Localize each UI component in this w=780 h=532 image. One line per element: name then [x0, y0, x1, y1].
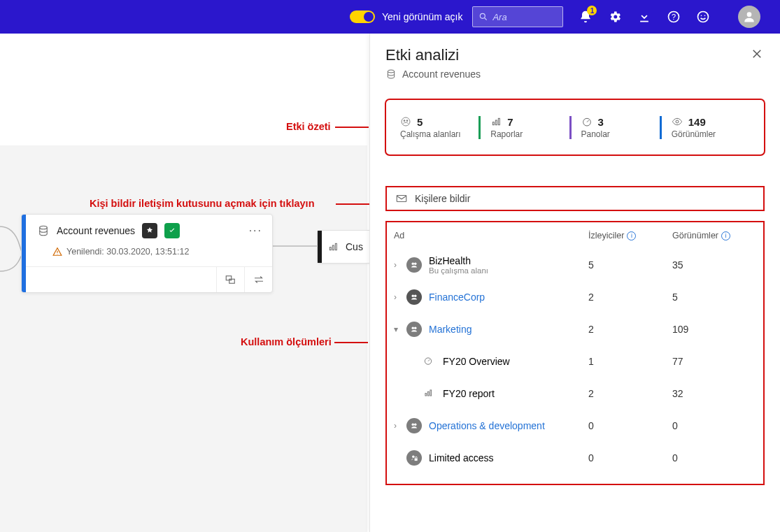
endorsement-chip[interactable]: [142, 223, 157, 238]
dashboard-icon: [422, 356, 434, 368]
certified-chip[interactable]: [164, 223, 180, 238]
svg-point-27: [414, 295, 417, 298]
row-name: Limited access: [429, 452, 588, 463]
callout-usage: Kullanım ölçümleri: [241, 336, 332, 347]
row-viewers: 2: [588, 324, 672, 335]
svg-point-25: [414, 263, 417, 266]
svg-point-28: [412, 327, 415, 330]
expand-toggle[interactable]: ▾: [394, 324, 406, 334]
dataset-icon: [385, 69, 397, 80]
metric-value: 149: [688, 116, 706, 128]
table-row[interactable]: ›BizHealthBu çalışma alanı535: [394, 249, 756, 281]
svg-point-34: [412, 424, 415, 426]
table-child-row[interactable]: FY20 Overview177: [394, 345, 756, 378]
impact-summary-card: 5 Çalışma alanları 7 Raporlar 3 Panolar …: [385, 99, 765, 155]
row-views: 35: [672, 259, 756, 271]
notification-badge: 1: [587, 6, 597, 15]
svg-point-7: [747, 12, 752, 17]
feedback-icon[interactable]: [696, 10, 710, 24]
node-related-button[interactable]: [216, 267, 244, 292]
metric-reports: 7 Raporlar: [478, 116, 569, 139]
svg-point-5: [701, 15, 702, 17]
user-avatar[interactable]: [738, 6, 760, 28]
svg-line-1: [485, 18, 487, 20]
svg-rect-12: [332, 245, 334, 250]
search-box[interactable]: [472, 6, 563, 27]
search-input[interactable]: [492, 12, 548, 22]
svg-rect-33: [430, 389, 432, 395]
row-views: 0: [672, 452, 756, 463]
svg-rect-20: [499, 118, 500, 124]
svg-point-29: [414, 327, 417, 330]
table-row[interactable]: Limited access00: [394, 442, 756, 474]
dataset-node-card[interactable]: Account revenues ··· Yenilendi: 30.03.20…: [21, 214, 273, 293]
new-look-toggle[interactable]: [350, 10, 375, 23]
workspace-icon: [406, 418, 422, 433]
metric-label: Çalışma alanları: [400, 129, 478, 139]
svg-rect-32: [427, 391, 429, 396]
row-viewers: 0: [588, 420, 672, 431]
row-viewers: 2: [588, 388, 672, 399]
search-icon: [478, 12, 488, 22]
svg-point-36: [412, 456, 415, 459]
col-views: Görünümleri: [672, 231, 756, 240]
svg-rect-31: [425, 393, 427, 396]
help-icon[interactable]: ?: [667, 10, 681, 24]
workspaces-icon: [400, 116, 411, 127]
row-viewers: 0: [588, 452, 672, 463]
expand-toggle[interactable]: ›: [394, 260, 406, 270]
svg-point-22: [676, 120, 679, 123]
table-row[interactable]: ›FinanceCorp25: [394, 281, 756, 313]
notify-contacts-button[interactable]: Kişilere bildir: [385, 186, 765, 211]
svg-point-14: [388, 70, 394, 73]
node-accent: [318, 231, 322, 263]
row-name[interactable]: FinanceCorp: [429, 292, 588, 303]
views-icon: [672, 116, 683, 127]
svg-text:?: ?: [672, 13, 676, 21]
svg-point-35: [414, 424, 417, 426]
dataset-title: Account revenues: [57, 225, 135, 236]
notifications-icon[interactable]: 1: [579, 10, 593, 24]
download-icon[interactable]: [637, 10, 651, 24]
table-row[interactable]: ›Operations & development00: [394, 410, 756, 442]
node-accent: [22, 215, 26, 292]
svg-point-0: [481, 13, 485, 18]
metric-value: 7: [507, 116, 513, 128]
col-viewers: İzleyicileri: [588, 231, 672, 240]
app-header: Yeni görünüm açık 1 ?: [0, 0, 780, 34]
node-more-menu[interactable]: ···: [249, 227, 262, 235]
connector-line: [271, 238, 320, 259]
callout-summary: Etki özeti: [286, 121, 331, 132]
row-name[interactable]: Marketing: [429, 324, 588, 335]
info-icon[interactable]: i: [721, 231, 730, 240]
report-icon: [422, 388, 434, 400]
expand-toggle[interactable]: ›: [394, 292, 406, 302]
impact-analysis-panel: Etki analizi Account revenues 5 Çalışma …: [369, 34, 780, 532]
row-views: 32: [672, 388, 756, 399]
reports-icon: [490, 116, 502, 127]
svg-rect-23: [397, 196, 406, 202]
dataset-icon: [37, 224, 50, 237]
row-name[interactable]: Operations & development: [429, 420, 588, 431]
svg-point-24: [412, 263, 415, 266]
settings-icon[interactable]: [608, 10, 622, 24]
info-icon[interactable]: i: [627, 231, 636, 240]
table-child-row[interactable]: FY20 report232: [394, 378, 756, 410]
node-swap-button[interactable]: [244, 267, 272, 292]
close-panel-button[interactable]: [751, 48, 765, 62]
workspace-icon: [406, 322, 422, 337]
mail-icon: [395, 192, 408, 205]
svg-rect-10: [229, 279, 234, 283]
svg-point-17: [406, 120, 409, 122]
metric-workspaces: 5 Çalışma alanları: [400, 116, 478, 139]
table-row[interactable]: ▾Marketing2109: [394, 313, 756, 345]
notify-label: Kişilere bildir: [415, 193, 470, 204]
header-actions: 1 ?: [579, 6, 760, 28]
panel-subtitle: Account revenues: [385, 69, 765, 80]
col-name: Ad: [394, 231, 588, 240]
svg-rect-37: [415, 459, 418, 461]
expand-toggle[interactable]: ›: [394, 421, 406, 431]
warning-icon: [52, 247, 62, 257]
stub-label: Cus: [346, 241, 363, 252]
svg-point-16: [404, 120, 406, 122]
